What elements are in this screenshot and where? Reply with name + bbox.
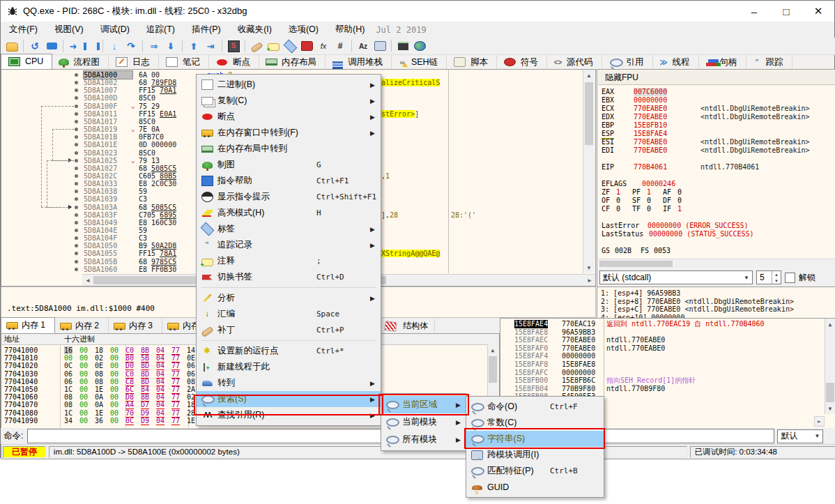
disasm-vscrollbar[interactable]: ▲ ▼ bbox=[583, 70, 595, 273]
stack-row[interactable]: 15E8FAF400000000 bbox=[500, 352, 835, 360]
comment-button[interactable] bbox=[265, 39, 282, 53]
step-over-button[interactable]: ↷ bbox=[123, 39, 139, 53]
register-line[interactable]: LastStatus00000000 (STATUS_SUCCESS) bbox=[597, 230, 835, 238]
disasm-bytes[interactable]: 68 5085C5 bbox=[139, 165, 176, 172]
stack-address[interactable]: 15E8FAEC bbox=[514, 336, 548, 344]
scroll-right-icon[interactable]: ► bbox=[585, 276, 594, 284]
menubar-item[interactable]: 帮助(H) bbox=[327, 22, 373, 38]
dump-byte[interactable]: 06 bbox=[64, 370, 72, 378]
dump-byte[interactable]: 0A bbox=[95, 393, 103, 401]
disasm-address[interactable]: 5D8A1038 bbox=[84, 188, 132, 195]
dump-address[interactable]: 77041060 bbox=[4, 393, 38, 401]
tab-dump-2[interactable]: 内存 2 bbox=[55, 319, 109, 333]
menu-item-cross-module-call[interactable]: 跨模块调用(I) bbox=[466, 447, 604, 463]
register-line[interactable]: EIP770B4061ntdll.770B4061 bbox=[597, 163, 835, 171]
dump-byte[interactable]: D8 bbox=[125, 393, 134, 402]
dump-byte[interactable]: 00 bbox=[110, 354, 118, 362]
stack-value[interactable]: 00000000 bbox=[562, 352, 595, 360]
menu-item-new-thread[interactable]: 新建线程于此 bbox=[197, 359, 381, 375]
stack-address[interactable]: 15E8FAE4 bbox=[514, 320, 548, 328]
dump-byte[interactable]: 84 bbox=[141, 385, 149, 394]
disasm-address[interactable]: 5D8A1033 bbox=[84, 180, 132, 188]
disasm-bytes[interactable]: FF15 E0A1 bbox=[139, 110, 176, 118]
breakpoint-dot-icon[interactable] bbox=[75, 190, 78, 193]
register-line[interactable]: OF0SF0DF0 bbox=[597, 197, 835, 205]
scroll-right-icon[interactable]: ► bbox=[814, 416, 825, 427]
breakpoint-dot-icon[interactable] bbox=[75, 73, 78, 77]
scrollbar-thumb[interactable] bbox=[585, 82, 593, 145]
dump-byte[interactable]: 00 bbox=[79, 346, 88, 354]
stack-address[interactable]: 15E8FAFC bbox=[514, 369, 548, 377]
stack-row[interactable]: 15E8FB0015E8FB6C指向SEH_Record[1]的指针 bbox=[500, 376, 835, 385]
menu-item-find-references[interactable]: ΛΛ查找引用(R)▶ bbox=[197, 407, 381, 423]
dump-address[interactable]: 77041040 bbox=[4, 378, 38, 385]
dump-byte[interactable]: 04 bbox=[156, 346, 164, 355]
breakpoint-dot-icon[interactable] bbox=[75, 112, 78, 116]
dump-byte[interactable]: 77 bbox=[171, 378, 180, 386]
dump-byte[interactable]: 1C bbox=[64, 385, 72, 393]
menu-item-mag-string[interactable]: 字符串(S) bbox=[466, 431, 604, 447]
stack-value[interactable]: 00000000 bbox=[562, 369, 595, 377]
tab-dump-1[interactable]: 内存 1 bbox=[1, 317, 55, 333]
dump-byte[interactable]: 2A bbox=[187, 385, 195, 393]
dump-byte[interactable]: 02 bbox=[95, 354, 103, 362]
disasm-bytes[interactable]: 85C0 bbox=[139, 94, 155, 102]
stack-vscrollbar[interactable]: ▲ ▼ bbox=[825, 319, 835, 414]
dump-byte[interactable]: 04 bbox=[156, 385, 164, 394]
menu-item-new-origin[interactable]: ✱设置新的运行点Ctrl+* bbox=[197, 343, 381, 359]
breakpoint-dot-icon[interactable] bbox=[75, 96, 78, 100]
breakpoint-dot-icon[interactable] bbox=[75, 159, 78, 162]
dump-byte[interactable]: 0E bbox=[95, 362, 103, 369]
menu-item-mag-module[interactable]: 当前模块▶ bbox=[381, 413, 466, 431]
dump-byte[interactable]: 0E bbox=[187, 354, 195, 362]
disasm-bytes[interactable]: 59 bbox=[139, 188, 147, 195]
step-into-button[interactable]: ↓ bbox=[106, 39, 123, 53]
disasm-bytes[interactable]: C3 bbox=[139, 195, 147, 203]
calling-convention-dropdown[interactable]: 默认 (stdcall)▼ bbox=[599, 270, 753, 284]
menu-item-highlight-mode[interactable]: 高亮模式(H)H bbox=[197, 205, 381, 221]
dump-byte[interactable]: C0 bbox=[125, 346, 134, 355]
open-folder-button[interactable] bbox=[3, 39, 20, 53]
disasm-address[interactable]: 5D8A1027 bbox=[84, 165, 132, 172]
dump-byte[interactable]: 5B bbox=[141, 354, 149, 362]
scrollbar-thumb[interactable] bbox=[489, 356, 497, 383]
stack-value[interactable]: 15E8FB6C bbox=[562, 376, 595, 385]
dump-byte[interactable]: 02 bbox=[187, 393, 195, 401]
tab-graph-tree[interactable]: 流程图 bbox=[52, 55, 109, 70]
menubar-item[interactable]: 文件(F) bbox=[1, 22, 46, 38]
dump-byte[interactable]: 8B bbox=[141, 393, 149, 402]
dump-byte[interactable]: 28 bbox=[187, 409, 195, 417]
breakpoint-dot-icon[interactable] bbox=[75, 268, 78, 271]
scrollbar-thumb[interactable] bbox=[599, 261, 673, 267]
dump-byte[interactable]: 08 bbox=[95, 378, 103, 385]
menu-item-mag-constant[interactable]: 常数(C) bbox=[466, 415, 604, 431]
pause-button[interactable] bbox=[83, 39, 100, 53]
breakpoint-dot-icon[interactable] bbox=[75, 182, 78, 185]
scroll-up-icon[interactable]: ▲ bbox=[826, 320, 834, 328]
dump-byte[interactable]: 18 bbox=[95, 346, 103, 354]
dump-byte[interactable]: 6C bbox=[125, 385, 134, 394]
dump-byte[interactable]: 8B bbox=[141, 346, 149, 355]
disasm-bytes[interactable]: C605 80B5 bbox=[139, 172, 176, 180]
dump-byte[interactable]: 00 bbox=[79, 370, 88, 378]
menu-item-comment[interactable]: 注释; bbox=[197, 253, 381, 269]
register-line[interactable]: ECX770EABE0<ntdll.DbgUiRemoteBreakin> bbox=[597, 105, 835, 113]
register-line[interactable]: LastError00000000 (ERROR_SUCCESS) bbox=[597, 222, 835, 230]
dump-byte[interactable]: 0C bbox=[64, 362, 72, 369]
disasm-bytes[interactable]: C705 6895 bbox=[139, 211, 176, 219]
disasm-address[interactable]: 5D8A1060 bbox=[84, 266, 132, 273]
register-line[interactable] bbox=[597, 238, 835, 247]
stack-row[interactable]: 15E8FAEC770EABE0ntdll.770EABE0 bbox=[500, 336, 835, 344]
breakpoint-dot-icon[interactable] bbox=[75, 143, 78, 146]
disasm-address[interactable]: 5D8A102C bbox=[84, 172, 132, 180]
step-out-button[interactable]: ⬆ bbox=[185, 39, 202, 53]
stack-value[interactable]: 770EABE0 bbox=[562, 344, 595, 353]
dump-byte[interactable]: 00 bbox=[110, 409, 118, 417]
menu-item-assemble[interactable]: ↓汇编Space bbox=[197, 306, 381, 322]
maximize-button[interactable]: □ bbox=[770, 1, 802, 22]
dump-byte[interactable]: 00 bbox=[110, 417, 118, 425]
dump-byte[interactable]: 77 bbox=[171, 354, 180, 362]
patch-button[interactable] bbox=[248, 39, 265, 53]
menu-item-mag-all[interactable]: 所有模块▶ bbox=[381, 431, 466, 448]
tab-handles[interactable]: 句柄 bbox=[699, 55, 746, 70]
